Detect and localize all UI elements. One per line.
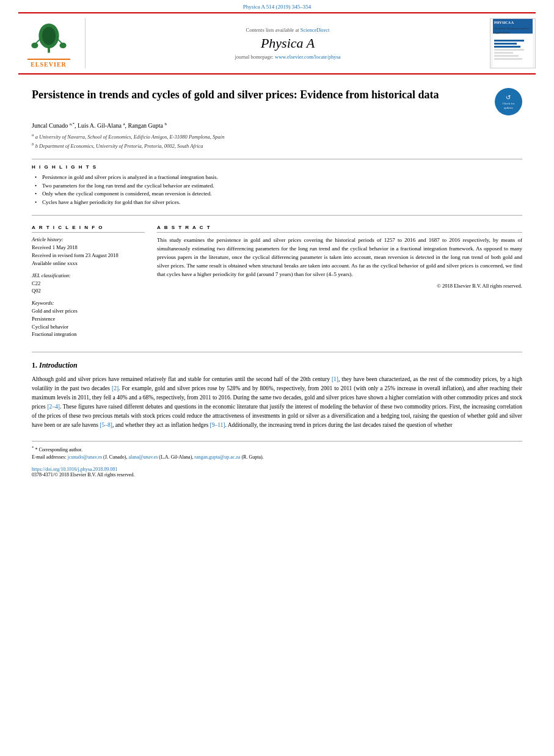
divider-before-intro <box>32 352 522 352</box>
affiliation-a: a a University of Navarra, School of Eco… <box>32 132 522 141</box>
intro-paragraph: Although gold and silver prices have rem… <box>32 375 522 430</box>
elsevier-wordmark: ELSEVIER <box>27 59 70 68</box>
keywords-section: Keywords: Gold and silver prices Persist… <box>32 300 145 338</box>
highlight-item: Two parameters for the long run trend an… <box>35 182 522 191</box>
journal-name: Physica A <box>261 35 315 51</box>
keyword-2: Cyclical behavior <box>32 323 145 331</box>
article-title-section: Persistence in trends and cycles of gold… <box>32 88 522 115</box>
elsevier-logo: ELSEVIER <box>18 18 86 68</box>
article-history: Article history: Received 1 May 2018 Rec… <box>32 236 145 267</box>
article-info-column: A R T I C L E I N F O Article history: R… <box>32 225 145 343</box>
jel-classification: JEL classification: C22 Q02 <box>32 272 145 296</box>
history-item-1: Received in revised form 23 August 2018 <box>32 252 145 260</box>
ref-1: [1] <box>332 376 338 382</box>
section-number: 1. <box>32 361 37 369</box>
check-updates-badge[interactable]: ↺ Check for updates <box>495 88 522 115</box>
check-updates-circle: ↺ Check for updates <box>495 88 522 115</box>
content-area: Persistence in trends and cycles of gold… <box>0 88 554 478</box>
two-column-section: A R T I C L E I N F O Article history: R… <box>32 225 522 343</box>
ref-2: [2] <box>112 385 118 391</box>
keyword-3: Fractional integration <box>32 330 145 338</box>
journal-center: Contents lists available at ScienceDirec… <box>86 18 490 68</box>
jel-label: JEL classification: <box>32 272 145 278</box>
article-title: Persistence in trends and cycles of gold… <box>32 88 486 102</box>
email-gupta[interactable]: rangan.gupta@up.ac.za <box>194 454 240 460</box>
abstract-text: This study examines the persistence in g… <box>157 236 522 279</box>
citation-bar: Physica A 514 (2019) 345–354 <box>0 0 554 12</box>
sciencedirect-line: Contents lists available at ScienceDirec… <box>246 27 330 33</box>
footnote-emails: E-mail addresses: jcunado@unav.es (J. Cu… <box>32 454 522 461</box>
issn-text: 0378-4371/© 2018 Elsevier B.V. All right… <box>32 472 522 478</box>
svg-point-5 <box>31 43 38 48</box>
highlight-item: Only when the cyclical component is cons… <box>35 190 522 198</box>
keyword-1: Persistence <box>32 315 145 323</box>
journal-thumbnail: PHYSICA A Statistical Mechanics and its … <box>490 18 536 68</box>
keyword-0: Gold and silver prices <box>32 307 145 315</box>
history-item-0: Received 1 May 2018 <box>32 244 145 252</box>
doi-link[interactable]: https://doi.org/10.1016/j.physa.2018.09.… <box>32 467 117 472</box>
history-label: Article history: <box>32 236 145 242</box>
abstract-label: A B S T R A C T <box>157 225 522 233</box>
highlights-section: H I G H L I G H T S Persistence in gold … <box>32 159 522 206</box>
divider-after-highlights <box>32 215 522 216</box>
footnote-section: * * Corresponding author. E-mail address… <box>32 441 522 461</box>
jel-code-1: Q02 <box>32 287 145 295</box>
svg-point-2 <box>42 27 55 45</box>
article-info-label: A R T I C L E I N F O <box>32 225 145 233</box>
affiliations: a a University of Navarra, School of Eco… <box>32 132 522 150</box>
journal-homepage: journal homepage: www.elsevier.com/locat… <box>235 54 340 60</box>
highlights-label: H I G H L I G H T S <box>32 164 522 170</box>
footnote-star: * * Corresponding author. <box>32 445 522 454</box>
abstract-column: A B S T R A C T This study examines the … <box>157 225 522 343</box>
journal-header: ELSEVIER Contents lists available at Sci… <box>18 12 536 75</box>
ref-2-4: [2–4] <box>47 404 60 410</box>
intro-heading: 1. Introduction <box>32 361 522 370</box>
ref-9-11: [9–11] <box>210 422 225 428</box>
authors: Juncal Cunado a,*, Luis A. Gil-Alana a, … <box>32 122 522 129</box>
authors-text: Juncal Cunado a,*, Luis A. Gil-Alana a, … <box>32 122 167 129</box>
highlights-list: Persistence in gold and silver prices is… <box>32 173 522 206</box>
svg-point-6 <box>59 43 66 48</box>
email-cunado[interactable]: jcunado@unav.es <box>68 454 102 460</box>
section-title-italic: Introduction <box>39 361 78 369</box>
email-alana[interactable]: alana@unav.es <box>128 454 158 460</box>
sciencedirect-link[interactable]: ScienceDirect <box>301 27 330 33</box>
homepage-link[interactable]: www.elsevier.com/locate/physa <box>275 54 341 60</box>
copyright: © 2018 Elsevier B.V. All rights reserved… <box>157 283 522 289</box>
highlight-item: Persistence in gold and silver prices is… <box>35 173 522 182</box>
citation-text: Physica A 514 (2019) 345–354 <box>243 4 312 10</box>
affiliation-b: b b Department of Economics, University … <box>32 141 522 150</box>
ref-5-8: [5–8] <box>100 422 112 428</box>
doi-section: https://doi.org/10.1016/j.physa.2018.09.… <box>32 466 522 478</box>
keywords-label: Keywords: <box>32 300 145 306</box>
jel-code-0: C22 <box>32 280 145 288</box>
highlight-item: Cycles have a higher periodicity for gol… <box>35 198 522 207</box>
doi-link-container: https://doi.org/10.1016/j.physa.2018.09.… <box>32 466 522 472</box>
history-item-2: Available online xxxx <box>32 260 145 267</box>
